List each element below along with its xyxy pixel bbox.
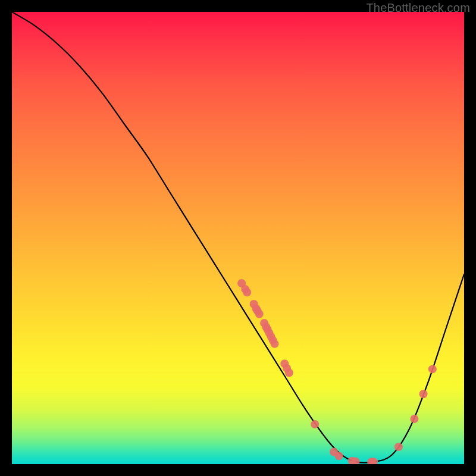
marker-point (334, 452, 343, 460)
marker-point (410, 415, 418, 423)
marker-point (285, 368, 293, 377)
marker-point (419, 390, 428, 398)
marker-point (428, 365, 437, 373)
marker-points (237, 279, 437, 464)
marker-point (271, 340, 279, 348)
chart-svg (12, 12, 464, 464)
plot-area (12, 12, 464, 464)
marker-point (243, 288, 251, 296)
marker-point (255, 310, 264, 318)
chart-frame (12, 12, 464, 464)
curve-line (12, 12, 464, 463)
marker-point (394, 443, 403, 451)
watermark-text: TheBottleneck.com (366, 1, 470, 15)
marker-point (311, 420, 319, 428)
